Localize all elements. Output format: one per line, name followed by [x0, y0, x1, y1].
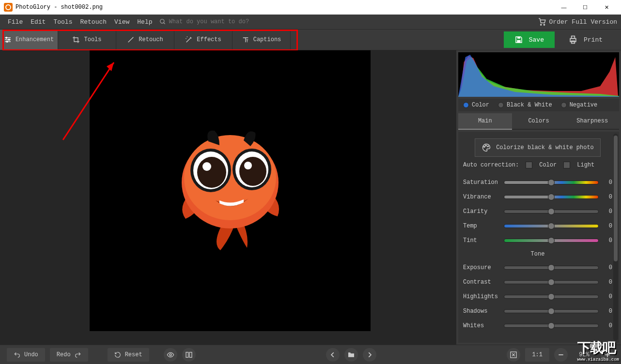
svg-point-29	[487, 146, 488, 147]
subtab-main[interactable]: Main	[458, 113, 512, 130]
saturation-track[interactable]	[504, 181, 599, 184]
tab-tools[interactable]: Tools	[58, 30, 116, 50]
menu-help[interactable]: Help	[133, 16, 156, 28]
plus-icon	[604, 351, 611, 358]
slider-shadows: Shadows0	[463, 304, 612, 318]
fish-image	[162, 117, 298, 253]
slider-tint: Tint0	[463, 233, 612, 248]
svg-rect-32	[189, 352, 192, 357]
slider-vibrance: Vibrance0	[463, 190, 612, 204]
tone-label: Tone	[463, 251, 612, 258]
canvas-area[interactable]	[0, 50, 456, 345]
svg-rect-11	[517, 40, 521, 43]
radio-negative[interactable]: Negative	[561, 102, 598, 108]
highlights-track[interactable]	[504, 295, 599, 299]
fit-screen-button[interactable]	[507, 348, 520, 362]
zoom-out-button[interactable]	[554, 348, 568, 362]
subtab-sharpness[interactable]: Sharpness	[565, 113, 619, 130]
prev-image-button[interactable]	[326, 348, 340, 362]
slider-clarity: Clarity0	[463, 204, 612, 219]
tab-toolbar: Enhancement Tools Retouch Effects Captio…	[0, 29, 621, 50]
colorize-button[interactable]: Colorize black & white photo	[475, 138, 601, 157]
undo-button[interactable]: Undo	[7, 348, 45, 362]
svg-point-30	[170, 354, 171, 356]
eye-icon	[167, 351, 174, 359]
print-button[interactable]: Print	[559, 31, 611, 48]
reset-button[interactable]: Reset	[108, 348, 149, 362]
exposure-track[interactable]	[504, 266, 599, 270]
svg-point-27	[484, 146, 485, 147]
svg-point-8	[8, 39, 10, 41]
svg-point-20	[202, 162, 211, 171]
controls-pane: Colorize black & white photo Auto correc…	[458, 132, 619, 343]
auto-correction-row: Auto correction: Color Light	[463, 162, 612, 168]
zoom-level: 92%	[573, 351, 596, 358]
browse-folder-button[interactable]	[344, 348, 358, 362]
save-button[interactable]: Save	[504, 31, 555, 48]
slider-highlights: Highlights0	[463, 289, 612, 304]
slider-temp: Temp0	[463, 219, 612, 233]
slider-whites: Whites0	[463, 318, 612, 333]
actual-size-button[interactable]: 1:1	[525, 348, 549, 362]
svg-point-23	[239, 157, 266, 186]
subtab-colors[interactable]: Colors	[512, 113, 566, 130]
next-image-button[interactable]	[363, 348, 376, 362]
text-icon	[242, 36, 249, 44]
shadows-track[interactable]	[504, 309, 599, 313]
maximize-button[interactable]: ☐	[574, 0, 596, 15]
checkbox-auto-light[interactable]	[563, 162, 570, 168]
menu-retouch[interactable]: Retouch	[76, 16, 110, 28]
chevron-right-icon	[366, 351, 373, 358]
search-icon	[159, 18, 166, 25]
zoom-in-button[interactable]	[601, 348, 614, 362]
temp-track[interactable]	[504, 224, 599, 228]
slider-saturation: Saturation0	[463, 175, 612, 190]
close-button[interactable]: ✕	[596, 0, 617, 15]
tab-retouch[interactable]: Retouch	[116, 30, 174, 50]
crop-icon	[72, 36, 80, 44]
subtabs: Main Colors Sharpness	[458, 113, 619, 130]
window-title: PhotoGlory - shot0002.png	[16, 4, 103, 11]
redo-button[interactable]: Redo	[50, 348, 88, 362]
tab-enhancement[interactable]: Enhancement	[0, 30, 58, 50]
scrollbar[interactable]	[613, 134, 618, 341]
slider-exposure: Exposure0	[463, 260, 612, 275]
image-canvas	[90, 50, 371, 331]
preview-toggle[interactable]	[164, 348, 177, 362]
radio-bw[interactable]: Black & White	[498, 102, 552, 108]
svg-point-19	[197, 157, 226, 188]
svg-point-0	[160, 19, 164, 23]
order-label: Order Full Version	[549, 18, 617, 26]
clarity-track[interactable]	[504, 210, 599, 213]
printer-icon	[568, 35, 578, 45]
order-full-version[interactable]: Order Full Version	[538, 17, 617, 26]
tab-effects[interactable]: Effects	[174, 30, 233, 50]
svg-point-9	[6, 41, 8, 43]
minimize-button[interactable]: —	[553, 0, 574, 15]
radio-color[interactable]: Color	[463, 102, 489, 108]
whites-track[interactable]	[504, 324, 599, 328]
search-input[interactable]	[169, 18, 256, 25]
vibrance-track[interactable]	[504, 195, 599, 199]
svg-point-28	[485, 145, 486, 146]
cart-icon	[538, 17, 546, 26]
tint-track[interactable]	[504, 239, 599, 243]
menu-tools[interactable]: Tools	[49, 16, 76, 28]
checkbox-auto-color[interactable]	[526, 162, 532, 168]
minus-icon	[558, 351, 564, 358]
menu-file[interactable]: File	[4, 16, 27, 28]
save-icon	[514, 35, 523, 44]
compare-button[interactable]	[182, 348, 196, 362]
sliders-icon	[4, 36, 12, 44]
contrast-track[interactable]	[504, 280, 599, 284]
side-panel: Color Black & White Negative Main Colors…	[456, 50, 621, 345]
slider-contrast: Contrast0	[463, 275, 612, 289]
svg-point-24	[244, 162, 252, 169]
menu-view[interactable]: View	[110, 16, 133, 28]
chevron-left-icon	[329, 351, 336, 358]
app-icon	[4, 3, 13, 12]
palette-icon	[481, 143, 491, 152]
tab-captions[interactable]: Captions	[233, 30, 291, 50]
magic-wand-icon	[185, 36, 193, 44]
menu-edit[interactable]: Edit	[27, 16, 49, 28]
